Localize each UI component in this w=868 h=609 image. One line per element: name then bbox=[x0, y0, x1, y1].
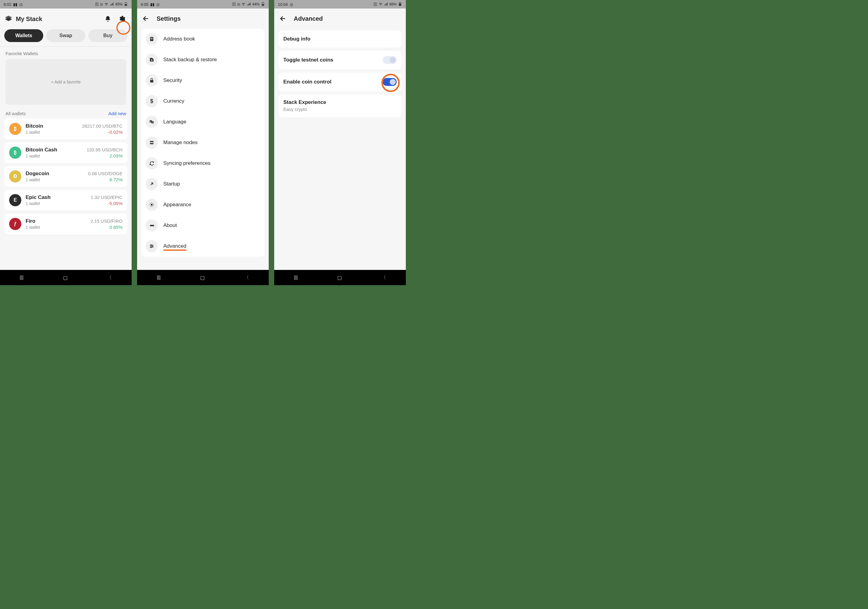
notifications-button[interactable] bbox=[102, 13, 113, 24]
toggle-testnet-row[interactable]: Toggle testnet coins bbox=[279, 51, 401, 70]
status-bar: 6:05 ▮▮ ◎ ⚿ ◎ 44% bbox=[137, 0, 269, 9]
svg-line-24 bbox=[153, 206, 153, 206]
wallet-row[interactable]: E Epic Cash 1 wallet 1.32 USD/EPIC -5.05… bbox=[4, 190, 127, 211]
add-new-wallet-button[interactable]: Add new bbox=[108, 111, 126, 116]
debug-info-label: Debug info bbox=[283, 36, 310, 42]
enable-coin-control-row[interactable]: Enable coin control bbox=[279, 73, 401, 91]
status-battery-icon bbox=[261, 2, 265, 7]
all-wallets-label: All wallets bbox=[6, 111, 26, 116]
svg-point-32 bbox=[150, 247, 152, 248]
stack-experience-sub: Easy crypto bbox=[283, 107, 397, 112]
svg-rect-11 bbox=[150, 80, 153, 82]
screen-my-stack: 6:02 ▮▮ ◎ ⚿ ◎ 45% My Stack bbox=[0, 0, 132, 285]
settings-item-syncing-preferences[interactable]: Syncing preferences bbox=[141, 153, 265, 174]
svg-rect-9 bbox=[151, 38, 153, 39]
settings-item-currency[interactable]: $ Currency bbox=[141, 91, 265, 112]
back-button[interactable] bbox=[279, 14, 288, 23]
nav-back-icon[interactable]: 〈 bbox=[381, 274, 386, 281]
settings-item-advanced[interactable]: Advanced bbox=[141, 236, 265, 257]
status-battery-label: 44% bbox=[252, 2, 260, 6]
settings-item-language[interactable]: A文 Language bbox=[141, 112, 265, 132]
status-hotspot-icon: ◎ bbox=[100, 2, 103, 6]
page-title: Advanced bbox=[294, 15, 323, 22]
status-wifi-icon bbox=[241, 2, 246, 7]
status-bar: 6:02 ▮▮ ◎ ⚿ ◎ 45% bbox=[0, 0, 132, 9]
stack-experience-label: Stack Experience bbox=[283, 99, 397, 105]
wallet-name: Bitcoin Cash bbox=[26, 147, 87, 153]
app-title: My Stack bbox=[16, 15, 102, 23]
wallet-count: 1 wallet bbox=[26, 153, 87, 158]
toggle-testnet-switch[interactable] bbox=[383, 56, 397, 64]
svg-text:A: A bbox=[150, 121, 152, 122]
screen-settings: 6:05 ▮▮ ◎ ⚿ ◎ 44% Settings Address book … bbox=[137, 0, 269, 285]
wallet-change: -5.05% bbox=[91, 201, 122, 206]
svg-point-30 bbox=[150, 245, 152, 246]
nav-back-icon[interactable]: 〈 bbox=[107, 274, 112, 281]
svg-point-18 bbox=[151, 204, 153, 206]
settings-item-about[interactable]: ••• About bbox=[141, 215, 265, 236]
android-navbar: ||| ▢ 〈 bbox=[0, 270, 132, 285]
settings-item-stack-backup-restore[interactable]: Stack backup & restore bbox=[141, 50, 265, 70]
settings-item-address-book[interactable]: Address book bbox=[141, 29, 265, 50]
settings-item-label: Language bbox=[163, 119, 186, 125]
back-button[interactable] bbox=[141, 14, 150, 23]
svg-rect-1 bbox=[125, 2, 126, 3]
wallet-row[interactable]: ƒ Firo 1 wallet 2.15 USD/FIRO 0.85% bbox=[4, 214, 127, 234]
nav-recent-icon[interactable]: ||| bbox=[294, 275, 298, 280]
settings-item-security[interactable]: Security bbox=[141, 70, 265, 91]
svg-line-25 bbox=[153, 203, 153, 204]
add-favorite-button[interactable]: + Add a favorite bbox=[6, 59, 126, 105]
nodes-icon bbox=[146, 136, 158, 149]
status-battery-label: 66% bbox=[389, 2, 397, 6]
status-app-icon: ◎ bbox=[290, 2, 293, 7]
svg-rect-7 bbox=[262, 4, 264, 6]
settings-item-startup[interactable]: Startup bbox=[141, 174, 265, 194]
sync-icon bbox=[146, 157, 158, 169]
settings-button[interactable] bbox=[116, 13, 127, 24]
nav-recent-icon[interactable]: ||| bbox=[20, 275, 23, 280]
settings-item-label: About bbox=[163, 222, 177, 228]
status-app-icon: ◎ bbox=[156, 2, 160, 7]
status-battery-icon bbox=[124, 2, 128, 7]
android-navbar: ||| ▢ 〈 bbox=[137, 270, 269, 285]
nav-back-icon[interactable]: 〈 bbox=[244, 274, 249, 281]
status-battery-label: 45% bbox=[115, 2, 122, 6]
svg-rect-10 bbox=[151, 39, 153, 39]
tab-wallets[interactable]: Wallets bbox=[4, 29, 43, 42]
wallet-change: 0.85% bbox=[90, 225, 122, 230]
status-vpn-icon: ⚿ bbox=[374, 2, 377, 6]
svg-rect-16 bbox=[150, 141, 153, 142]
wallet-count: 1 wallet bbox=[26, 201, 91, 206]
svg-line-23 bbox=[150, 203, 151, 204]
svg-text:文: 文 bbox=[152, 121, 154, 123]
wallet-row[interactable]: ₿ Bitcoin Cash 1 wallet 133.95 USD/BCH 2… bbox=[4, 142, 127, 163]
status-signal-icon bbox=[110, 2, 114, 7]
enable-coin-control-switch[interactable] bbox=[383, 78, 397, 86]
wallet-name: Firo bbox=[26, 218, 90, 224]
coin-icon: ₿ bbox=[9, 147, 21, 159]
wallet-count: 1 wallet bbox=[26, 177, 88, 182]
nav-recent-icon[interactable]: ||| bbox=[157, 275, 161, 280]
wallet-name: Epic Cash bbox=[26, 194, 91, 200]
wallet-row[interactable]: ₿ Bitcoin 1 wallet 28217.00 USD/BTC -0.0… bbox=[4, 118, 127, 139]
status-vpn-icon: ⚿ bbox=[95, 2, 99, 6]
stack-experience-row[interactable]: Stack Experience Easy crypto bbox=[279, 95, 401, 117]
wallet-row[interactable]: Ð Dogecoin 1 wallet 0.08 USD/DOGE 6.72% bbox=[4, 166, 127, 187]
nav-home-icon[interactable]: ▢ bbox=[200, 275, 205, 280]
about-icon: ••• bbox=[146, 219, 158, 231]
nav-home-icon[interactable]: ▢ bbox=[63, 275, 68, 280]
wallet-price: 0.08 USD/DOGE bbox=[88, 171, 122, 176]
wallet-count: 1 wallet bbox=[26, 225, 90, 230]
lock-icon bbox=[146, 74, 158, 87]
nav-home-icon[interactable]: ▢ bbox=[337, 275, 342, 280]
wallet-change: 2.03% bbox=[87, 153, 122, 158]
debug-info-row[interactable]: Debug info bbox=[279, 31, 401, 48]
settings-item-label: Advanced bbox=[163, 243, 186, 251]
tab-swap[interactable]: Swap bbox=[46, 29, 85, 42]
settings-item-label: Syncing preferences bbox=[163, 160, 211, 166]
backup-icon bbox=[146, 54, 158, 66]
settings-item-manage-nodes[interactable]: Manage nodes bbox=[141, 132, 265, 153]
settings-item-appearance[interactable]: Appearance bbox=[141, 194, 265, 215]
tab-buy[interactable]: Buy bbox=[88, 29, 127, 42]
status-hotspot-icon: ◎ bbox=[237, 2, 240, 6]
